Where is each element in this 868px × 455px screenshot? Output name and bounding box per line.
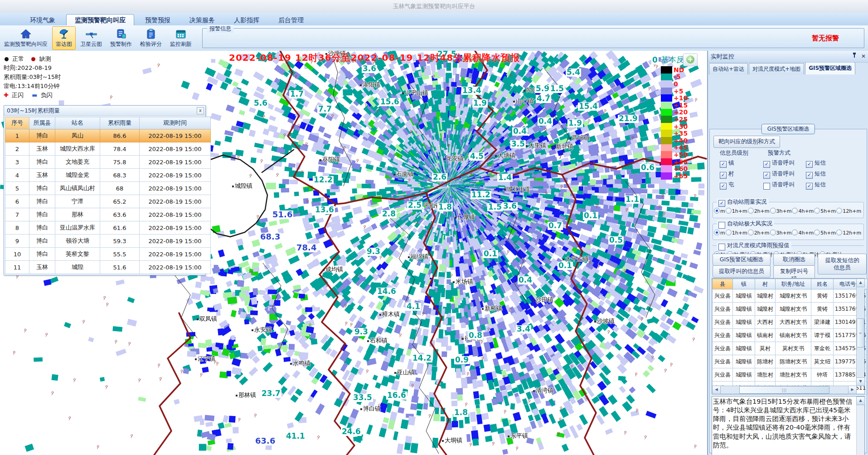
contacts-column-header[interactable]: 县 [713, 279, 733, 289]
vertical-scrollbar[interactable]: ▲ ▼ ≡ [856, 279, 864, 386]
close-icon[interactable]: x [197, 107, 204, 114]
radio-option[interactable]: 12h+m [836, 230, 861, 236]
radio-icon[interactable] [748, 208, 754, 214]
contact-row[interactable]: 兴业县城隍镇城隍村城隍村支书黄铸135176975 [713, 289, 868, 303]
scroll-up-icon[interactable]: ▲ [856, 279, 865, 287]
radio-option[interactable]: 2h+m [748, 230, 770, 236]
checkbox[interactable]: ✓ [720, 172, 727, 179]
add-layer-button[interactable]: + [683, 54, 698, 66]
scroll-left-icon[interactable]: ◀ [712, 386, 721, 394]
contacts-column-header[interactable]: 职务/地址 [776, 279, 811, 289]
radio-icon[interactable] [726, 230, 732, 235]
message-box[interactable]: 玉林市气象台19日5时15分发布暴雨橙色预警信号：4时以来兴业县城隍大西水库已出… [712, 396, 865, 455]
contact-row[interactable]: 兴业县城隍镇塘肚村塘肚村支书钟塔137885534 [713, 368, 868, 382]
checkbox[interactable]: ✓ [720, 183, 727, 190]
radio-icon[interactable] [814, 208, 820, 214]
radio-option[interactable]: m [714, 208, 725, 214]
checkbox[interactable]: ✓ [763, 161, 770, 168]
contact-row[interactable]: 兴业县城隍镇大西村大西村支书梁泽建130149571 [713, 316, 868, 329]
radio-icon[interactable] [836, 230, 842, 235]
message-scrollbar[interactable]: ▲ ▼ [856, 396, 864, 455]
table-row[interactable]: 11玉林城隍51.62022-08-19 15:00 [5, 261, 211, 274]
radio-icon[interactable] [714, 230, 720, 235]
checkbox[interactable]: ✓ [718, 244, 725, 250]
checkbox[interactable]: ✓ [718, 200, 725, 207]
contact-row[interactable]: 兴业县城隍镇镇南村镇南村支书谭于模151775946 [713, 329, 868, 342]
radio-option[interactable]: 1h+m [726, 208, 747, 214]
radio-icon[interactable] [748, 230, 754, 235]
table-row[interactable]: 10博白英桥文黎55.52022-08-19 15:00 [5, 248, 211, 261]
toolbar-item-5[interactable]: 检验评分 [136, 26, 165, 50]
radio-icon[interactable] [726, 208, 732, 214]
table-row[interactable]: 9博白顿谷大塘59.32022-08-19 15:00 [5, 235, 211, 248]
rain-column-header[interactable]: 观测时间 [140, 117, 211, 129]
radio-icon[interactable] [770, 230, 776, 235]
table-row[interactable]: 5博白凤山镇凤山村682022-08-19 15:00 [5, 182, 211, 195]
radio-icon[interactable] [836, 208, 842, 214]
radio-icon[interactable] [792, 208, 798, 214]
menu-tab-4[interactable]: 决策服务 [181, 15, 223, 25]
radio-option[interactable]: 5h+m [814, 208, 836, 214]
scroll-up-icon[interactable]: ▲ [856, 396, 865, 405]
table-row[interactable]: 1博白凤山86.62022-08-19 15:00 [5, 129, 211, 142]
panel-tab-3[interactable]: GIS预警区域圈选 [805, 62, 855, 74]
scrollbar-thumb[interactable]: ||| [739, 386, 829, 394]
menu-tab-2[interactable]: 监测预警靶向叫应 [66, 14, 134, 25]
table-row[interactable]: 8博白亚山温罗水库61.62022-08-19 15:00 [5, 221, 211, 235]
checkbox[interactable]: ✓ [806, 172, 813, 179]
radio-icon[interactable] [714, 208, 720, 214]
radio-option[interactable]: 4h+m [792, 208, 814, 214]
table-row[interactable]: 3博白文地姜充75.82022-08-19 15:00 [5, 156, 211, 169]
table-row[interactable]: 2玉林城隍大西水库78.42022-08-19 15:00 [5, 142, 211, 156]
radio-icon[interactable] [814, 230, 820, 235]
table-row[interactable]: 7博白那林63.62022-08-19 15:00 [5, 208, 211, 221]
contacts-column-header[interactable]: 姓名 [811, 279, 834, 289]
checkbox[interactable]: ✓ [806, 161, 813, 168]
close-icon[interactable]: ✕ [861, 53, 866, 59]
horizontal-scrollbar[interactable]: ◀ ▶ ||| [712, 386, 857, 394]
gis-select-button[interactable]: GIS预警区域圈选 [713, 254, 771, 266]
radio-option[interactable]: 12h+m [836, 208, 861, 214]
radio-option[interactable]: m [714, 230, 725, 236]
radio-option[interactable]: 4h+m [792, 230, 814, 236]
radar-map[interactable]: 沙塘镇蒲塘镇北市镇洛阳镇小平山镇民乐镇山心镇西埌镇新圩镇大里镇石南镇葵阳镇龙安镇… [0, 51, 708, 455]
checkbox[interactable]: ✓ [806, 183, 813, 190]
radio-option[interactable]: 3h+m [770, 230, 792, 236]
panel-tab-2[interactable]: 对流尺度模式+地图 [749, 63, 804, 74]
scroll-right-icon[interactable]: ▶ [848, 386, 857, 394]
extract-call-button[interactable]: 提取呼叫的信息员 [713, 265, 771, 278]
call-level-button[interactable]: 靶向叫应的级别和方式 [713, 136, 780, 148]
rain-column-header[interactable]: 站名 [55, 117, 100, 129]
radio-icon[interactable] [770, 208, 776, 214]
rain-column-header[interactable]: 序号 [5, 117, 29, 129]
rain-column-header[interactable]: 累积雨量 [100, 117, 140, 129]
pin-icon[interactable] [852, 53, 857, 58]
rain-column-header[interactable]: 所属县 [29, 117, 55, 129]
toolbar-item-1[interactable]: 监测预警靶向叫应 [0, 26, 51, 50]
radio-option[interactable]: 2h+m [748, 208, 770, 214]
contacts-column-header[interactable]: 镇 [733, 279, 755, 289]
toolbar-item-2[interactable]: 雷达图 [52, 26, 76, 50]
radio-option[interactable]: 3h+m [770, 208, 792, 214]
checkbox[interactable]: ✓ [763, 183, 770, 190]
contact-row[interactable]: 兴业县城隍镇莫村莫村支书覃金乾134575405 [713, 342, 868, 355]
radio-option[interactable]: 5h+m [814, 230, 836, 236]
cancel-select-button[interactable]: 取消圈选 [773, 254, 815, 266]
scroll-down-icon[interactable]: ▼ [856, 377, 865, 386]
checkbox[interactable]: ✓ [718, 222, 725, 229]
toolbar-item-6[interactable]: 监控刷新 [166, 26, 195, 50]
panel-tab-1[interactable]: 自动站+雷达 [709, 63, 748, 74]
contact-row[interactable]: 兴业县城隍镇陈塘村陈塘村支书莫文绍139775796 [713, 355, 868, 368]
menu-tab-3[interactable]: 预警预报 [137, 15, 179, 25]
scrollbar-thumb[interactable]: ≡ [857, 318, 864, 347]
radio-option[interactable]: 1h+m [726, 230, 747, 236]
contact-row[interactable]: 兴业县城隍镇城隍村城隍村支书黄铸135176975 [713, 303, 868, 316]
toolbar-item-4[interactable]: 预警制作 [107, 26, 136, 50]
extract-sms-button[interactable]: 提取发短信的信息员 [818, 254, 867, 274]
contacts-column-header[interactable]: 村 [755, 279, 776, 289]
table-row[interactable]: 6博白宁潭65.22022-08-19 15:00 [5, 195, 211, 208]
menu-tab-6[interactable]: 后台管理 [270, 15, 312, 25]
checkbox[interactable]: ✓ [763, 172, 770, 179]
toolbar-item-3[interactable]: 卫星云图 [77, 26, 106, 50]
radio-icon[interactable] [792, 230, 798, 235]
